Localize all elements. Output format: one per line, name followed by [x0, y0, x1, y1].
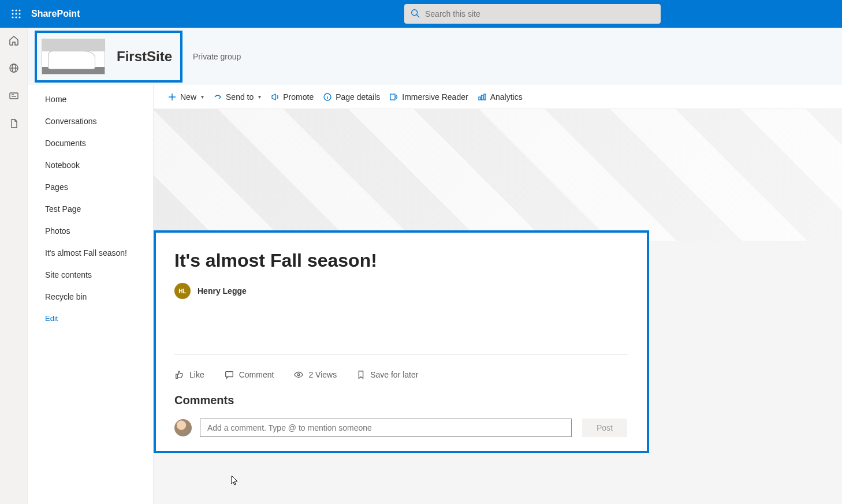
nav-item-pages[interactable]: Pages [28, 176, 153, 198]
svg-point-5 [18, 13, 20, 14]
article-highlight: It's almost Fall season! HL Henry Legge … [154, 230, 649, 453]
new-button[interactable]: New ▾ [167, 92, 204, 102]
save-label: Save for later [370, 370, 418, 379]
nav-edit-link[interactable]: Edit [28, 308, 153, 329]
search-icon [410, 8, 420, 18]
comment-compose-row: Post [174, 419, 628, 437]
left-navigation: Home Conversations Documents Notebook Pa… [28, 85, 154, 504]
svg-point-8 [18, 16, 20, 18]
comments-heading: Comments [174, 394, 628, 407]
views-label: 2 Views [308, 370, 337, 379]
divider [174, 354, 628, 354]
search-input[interactable] [404, 4, 661, 24]
nav-item-site-contents[interactable]: Site contents [28, 264, 153, 286]
site-header: FirstSite Private group [28, 28, 842, 85]
immersive-reader-label: Immersive Reader [402, 92, 468, 102]
nav-item-documents[interactable]: Documents [28, 132, 153, 154]
site-privacy-label: Private group [193, 52, 241, 61]
hero-background [154, 109, 842, 241]
promote-button[interactable]: Promote [270, 92, 314, 102]
search-wrapper [404, 4, 661, 24]
send-to-button[interactable]: Send to ▾ [213, 92, 261, 102]
nav-item-fall-season[interactable]: It's almost Fall season! [28, 242, 153, 264]
svg-point-4 [15, 13, 17, 14]
save-button[interactable]: Save for later [356, 369, 418, 380]
author-avatar[interactable]: HL [174, 283, 191, 299]
nav-item-photos[interactable]: Photos [28, 220, 153, 242]
current-user-avatar[interactable] [174, 419, 192, 436]
immersive-reader-button[interactable]: Immersive Reader [389, 92, 468, 102]
send-to-label: Send to [226, 92, 254, 102]
site-header-highlight: FirstSite [35, 31, 182, 83]
nav-item-recycle-bin[interactable]: Recycle bin [28, 286, 153, 308]
promote-label: Promote [283, 92, 314, 102]
comment-input[interactable] [200, 419, 572, 437]
nav-item-notebook[interactable]: Notebook [28, 154, 153, 176]
svg-point-7 [15, 16, 17, 18]
site-logo[interactable] [42, 39, 105, 74]
page-title: It's almost Fall season! [174, 250, 628, 271]
app-bar [0, 28, 28, 504]
new-label: New [180, 92, 196, 102]
social-bar: Like Comment 2 Views Save for later [174, 369, 628, 380]
app-launcher-icon[interactable] [5, 2, 28, 25]
page-details-label: Page details [336, 92, 380, 102]
like-label: Like [189, 370, 204, 379]
files-icon[interactable] [8, 118, 20, 129]
svg-point-6 [12, 16, 13, 18]
svg-rect-21 [479, 97, 480, 100]
svg-point-2 [18, 9, 20, 11]
cursor-icon [231, 475, 239, 486]
byline: HL Henry Legge [174, 283, 628, 299]
svg-rect-14 [10, 93, 18, 99]
svg-rect-23 [484, 94, 486, 100]
nav-item-conversations[interactable]: Conversations [28, 110, 153, 132]
svg-point-25 [298, 374, 300, 376]
author-name[interactable]: Henry Legge [198, 286, 247, 296]
globe-icon[interactable] [8, 62, 20, 74]
chevron-down-icon: ▾ [258, 94, 261, 100]
svg-point-0 [12, 9, 13, 11]
svg-point-3 [12, 13, 13, 14]
like-button[interactable]: Like [174, 369, 204, 380]
svg-rect-24 [225, 372, 233, 377]
analytics-button[interactable]: Analytics [478, 92, 523, 102]
svg-rect-20 [390, 94, 395, 100]
svg-point-1 [15, 9, 17, 11]
page-details-button[interactable]: Page details [323, 92, 380, 102]
comment-label: Comment [239, 370, 274, 379]
command-bar: New ▾ Send to ▾ Promote Page details Imm… [154, 85, 842, 109]
svg-point-9 [412, 10, 418, 16]
site-title[interactable]: FirstSite [117, 48, 172, 65]
svg-line-10 [417, 15, 420, 18]
news-icon[interactable] [8, 90, 20, 102]
post-button[interactable]: Post [582, 419, 627, 437]
nav-item-test-page[interactable]: Test Page [28, 198, 153, 220]
chevron-down-icon: ▾ [201, 94, 204, 100]
comment-button[interactable]: Comment [224, 369, 274, 380]
views-indicator: 2 Views [293, 369, 337, 380]
home-icon[interactable] [8, 35, 20, 46]
nav-item-home[interactable]: Home [28, 88, 153, 110]
svg-rect-22 [481, 95, 483, 100]
app-name[interactable]: SharePoint [31, 9, 80, 19]
suite-bar: SharePoint [0, 0, 842, 28]
analytics-label: Analytics [490, 92, 523, 102]
page-canvas: It's almost Fall season! HL Henry Legge … [154, 109, 842, 504]
